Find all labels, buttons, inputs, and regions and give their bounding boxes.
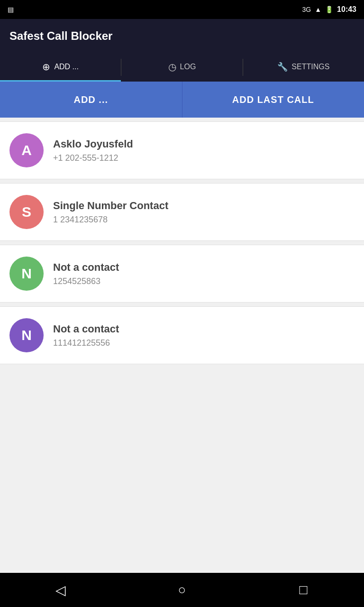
app-bar: Safest Call Blocker	[0, 19, 364, 53]
avatar: N	[9, 318, 44, 352]
add-last-call-label: ADD LAST CALL	[232, 94, 314, 105]
contact-info: Not a contact 1254525863	[53, 261, 119, 286]
wrench-icon: 🔧	[277, 62, 288, 72]
contact-info: Single Number Contact 1 2341235678	[53, 200, 168, 225]
back-icon: ◁	[55, 582, 66, 598]
battery-icon: 🔋	[325, 6, 333, 13]
clock-icon: ◷	[168, 61, 176, 73]
avatar: A	[9, 133, 44, 167]
contact-card[interactable]: A Asklo Joyusfeld +1 202-555-1212	[0, 121, 364, 179]
add-icon: ⊕	[42, 61, 50, 73]
recents-button[interactable]: □	[289, 576, 318, 604]
contact-number: +1 202-555-1212	[53, 153, 133, 163]
tab-add-label: ADD ...	[54, 63, 79, 71]
contact-card[interactable]: S Single Number Contact 1 2341235678	[0, 183, 364, 241]
contact-name: Single Number Contact	[53, 200, 168, 212]
avatar-initial: S	[22, 204, 31, 220]
recents-icon: □	[300, 582, 308, 598]
bottom-nav: ◁ ○ □	[0, 573, 364, 607]
contact-number: 1 2341235678	[53, 215, 168, 225]
sub-nav: ADD ... ADD LAST CALL	[0, 82, 364, 118]
contact-card[interactable]: N Not a contact 111412125556	[0, 306, 364, 364]
tab-settings-label: SETTINGS	[291, 63, 329, 71]
avatar: S	[9, 195, 44, 229]
contact-name: Not a contact	[53, 323, 119, 335]
avatar-initial: N	[21, 327, 32, 343]
add-button-label: ADD ...	[73, 94, 108, 105]
app-title: Safest Call Blocker	[9, 29, 112, 43]
add-last-call-button[interactable]: ADD LAST CALL	[182, 82, 364, 118]
contact-list: A Asklo Joyusfeld +1 202-555-1212 S Sing…	[0, 118, 364, 573]
tab-log[interactable]: ◷ LOG	[121, 53, 242, 82]
contact-name: Asklo Joyusfeld	[53, 138, 133, 150]
contact-number: 111412125556	[53, 338, 119, 348]
home-button[interactable]: ○	[168, 576, 196, 604]
contact-number: 1254525863	[53, 276, 119, 286]
avatar-initial: A	[21, 142, 32, 158]
contact-info: Not a contact 111412125556	[53, 323, 119, 348]
tab-log-label: LOG	[180, 63, 196, 71]
network-indicator: 3G	[302, 6, 311, 13]
signal-icon: ▲	[315, 6, 321, 13]
contact-info: Asklo Joyusfeld +1 202-555-1212	[53, 138, 133, 163]
avatar: N	[9, 257, 44, 291]
avatar-initial: N	[21, 266, 32, 282]
notification-icon: ▤	[8, 6, 14, 13]
clock: 10:43	[337, 5, 356, 14]
status-bar: ▤ 3G ▲ 🔋 10:43	[0, 0, 364, 19]
tab-settings[interactable]: 🔧 SETTINGS	[243, 53, 364, 82]
back-button[interactable]: ◁	[46, 576, 75, 604]
tab-bar: ⊕ ADD ... ◷ LOG 🔧 SETTINGS	[0, 53, 364, 82]
tab-add[interactable]: ⊕ ADD ...	[0, 53, 121, 82]
contact-name: Not a contact	[53, 261, 119, 274]
home-icon: ○	[178, 582, 186, 598]
add-button[interactable]: ADD ...	[0, 82, 182, 118]
contact-card[interactable]: N Not a contact 1254525863	[0, 245, 364, 303]
